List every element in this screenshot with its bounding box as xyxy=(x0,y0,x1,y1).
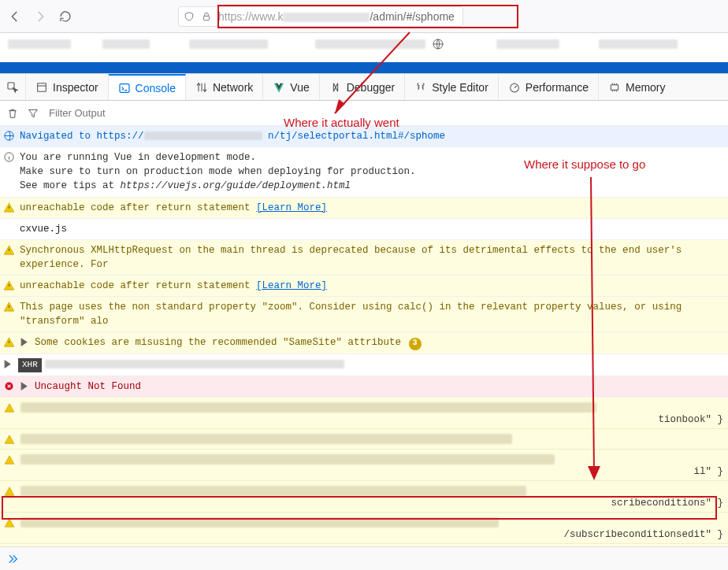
log-warn-zoom[interactable]: This page uses the non standard property… xyxy=(0,297,728,332)
svg-rect-3 xyxy=(38,83,46,91)
error-icon xyxy=(3,380,15,392)
devtools-tabs: Inspector Console Network Vue Debugger S… xyxy=(0,74,728,101)
filter-input[interactable] xyxy=(47,106,158,120)
tab-network[interactable]: Network xyxy=(186,74,263,100)
lock-icon xyxy=(201,11,212,22)
svg-rect-6 xyxy=(611,84,618,90)
log-error-uncaught[interactable]: Uncaught Not Found xyxy=(0,376,728,398)
log-navigation[interactable]: Navigated to https:// n/tj/selectportal.… xyxy=(0,126,728,147)
warning-icon xyxy=(3,301,15,313)
svg-point-5 xyxy=(510,83,518,92)
caret-right-icon[interactable] xyxy=(3,360,12,368)
log-warn-unreachable-1[interactable]: unreachable code after return statement … xyxy=(0,198,728,219)
reload-icon[interactable] xyxy=(58,9,72,24)
warning-icon xyxy=(4,402,15,413)
xhr-pill: XHR xyxy=(18,358,42,372)
forward-icon[interactable] xyxy=(33,9,47,24)
tab-memory[interactable]: Memory xyxy=(599,74,675,100)
warning-icon xyxy=(3,202,15,213)
warning-icon xyxy=(4,454,15,465)
tab-inspector[interactable]: Inspector xyxy=(26,74,109,100)
annotation-box-url xyxy=(217,5,518,28)
count-badge: 3 xyxy=(409,338,422,350)
page-content-strip xyxy=(0,33,728,74)
caret-right-icon[interactable] xyxy=(20,338,28,346)
info-icon xyxy=(3,151,15,163)
warning-icon xyxy=(4,486,15,497)
annotation-where-suppose: Where it suppose to go xyxy=(524,157,645,171)
annotation-box-bottom-nav xyxy=(2,496,717,520)
warning-icon xyxy=(4,434,15,445)
caret-right-icon[interactable] xyxy=(20,382,28,390)
annotation-where-went: Where it actually went xyxy=(284,116,399,129)
filter-icon xyxy=(27,107,39,120)
log-vue-devmode[interactable]: You are running Vue in development mode.… xyxy=(0,147,728,197)
globe-icon xyxy=(3,130,15,142)
warning-icon xyxy=(3,279,15,291)
tab-performance[interactable]: Performance xyxy=(499,74,599,100)
tab-debugger[interactable]: Debugger xyxy=(320,74,406,100)
svg-rect-0 xyxy=(204,16,210,20)
log-warn-sync-xhr[interactable]: Synchronous XMLHttpRequest on the main t… xyxy=(0,240,728,276)
tab-style-editor[interactable]: Style Editor xyxy=(405,74,499,100)
log-warn-blurred[interactable] xyxy=(0,429,728,450)
log-warn-samesite[interactable]: Some cookies are misusing the recommende… xyxy=(0,332,728,353)
log-warn-blurred[interactable]: il" } xyxy=(0,450,728,481)
globe-icon xyxy=(432,38,444,50)
warning-icon xyxy=(3,336,15,348)
clear-console-button[interactable] xyxy=(6,107,19,120)
learn-more-link[interactable]: [Learn More] xyxy=(256,280,327,291)
log-warn-unreachable-2[interactable]: unreachable code after return statement … xyxy=(0,276,728,297)
shield-icon xyxy=(184,11,195,22)
console-expand-button[interactable] xyxy=(0,546,728,570)
tab-console[interactable]: Console xyxy=(109,74,186,100)
element-picker-button[interactable] xyxy=(0,74,26,100)
log-cxvue[interactable]: cxvue.js xyxy=(0,219,728,240)
tab-vue[interactable]: Vue xyxy=(263,74,319,100)
log-xhr[interactable]: XHR xyxy=(0,354,728,376)
log-warn-blurred[interactable]: tionbook" } xyxy=(0,398,728,429)
warning-icon xyxy=(3,244,15,256)
chevron-double-right-icon xyxy=(6,553,19,565)
back-icon[interactable] xyxy=(8,9,22,24)
svg-rect-4 xyxy=(120,83,129,92)
learn-more-link[interactable]: [Learn More] xyxy=(256,202,327,213)
